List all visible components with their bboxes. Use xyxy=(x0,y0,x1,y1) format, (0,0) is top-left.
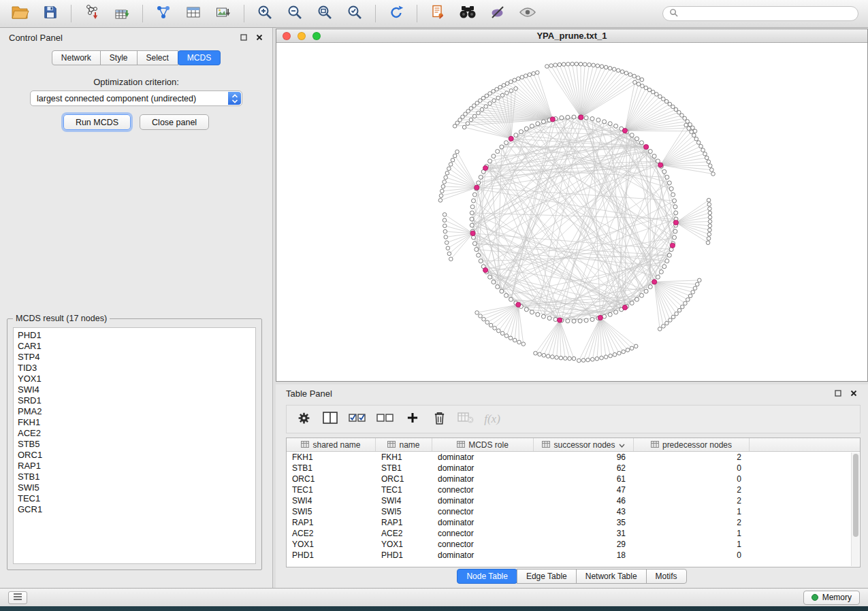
tab-select[interactable]: Select xyxy=(137,50,178,65)
tab-style[interactable]: Style xyxy=(100,50,138,65)
run-mcds-button[interactable]: Run MCDS xyxy=(63,114,131,130)
split-columns-button[interactable] xyxy=(322,410,338,428)
mcds-result-item[interactable]: SWI5 xyxy=(18,482,251,493)
column-header-name[interactable]: name xyxy=(376,438,432,451)
table-row[interactable]: ORC1ORC1dominator610 xyxy=(287,474,860,484)
table-scrollbar[interactable] xyxy=(851,452,859,566)
function-builder-button[interactable]: f(x) xyxy=(484,410,500,428)
column-header-predecessor-nodes[interactable]: predecessor nodes xyxy=(634,438,750,451)
tab-motifs[interactable]: Motifs xyxy=(646,569,687,584)
float-panel-icon[interactable] xyxy=(834,389,842,397)
column-header-successor-nodes[interactable]: successor nodes xyxy=(534,438,634,451)
table-cell: SWI4 xyxy=(376,496,432,506)
zoom-in-button[interactable] xyxy=(251,2,278,25)
mcds-result-item[interactable]: STB5 xyxy=(18,439,251,450)
tab-network-table[interactable]: Network Table xyxy=(576,569,647,584)
import-network-button[interactable] xyxy=(78,2,106,25)
zoom-out-button[interactable] xyxy=(281,2,308,25)
maximize-window-button[interactable] xyxy=(312,32,321,40)
table-row[interactable]: FKH1FKH1dominator962 xyxy=(287,452,860,463)
table-cell: PHD1 xyxy=(376,550,432,560)
mcds-result-item[interactable]: STP4 xyxy=(18,352,251,363)
table-row[interactable]: SWI5SWI5connector431 xyxy=(287,506,860,517)
mcds-result-item[interactable]: TEC1 xyxy=(18,493,251,504)
table-row[interactable]: ACE2ACE2connector311 xyxy=(287,528,860,539)
mcds-result-item[interactable]: PMA2 xyxy=(18,406,251,417)
select-all-rows-button[interactable] xyxy=(349,410,366,428)
open-session-button[interactable] xyxy=(7,2,34,25)
close-panel-icon[interactable] xyxy=(850,389,858,397)
table-toolbar: f(x) xyxy=(286,405,861,433)
mcds-result-item[interactable]: SRD1 xyxy=(18,395,251,406)
table-row[interactable]: SWI4SWI4dominator462 xyxy=(287,495,860,506)
export-image-button[interactable] xyxy=(210,2,237,25)
mcds-result-item[interactable]: GCR1 xyxy=(18,504,251,515)
copy-style-button[interactable] xyxy=(424,2,451,25)
table-cell: RAP1 xyxy=(376,518,432,527)
memory-button[interactable]: Memory xyxy=(803,591,860,605)
deselect-all-rows-button[interactable] xyxy=(376,410,394,428)
import-table-button[interactable] xyxy=(108,2,135,25)
tab-node-table[interactable]: Node Table xyxy=(457,569,517,584)
show-panel-list-button[interactable] xyxy=(8,591,27,604)
memory-status-icon xyxy=(811,594,818,601)
network-canvas[interactable] xyxy=(276,44,867,381)
mcds-result-title: MCDS result (17 nodes) xyxy=(13,314,110,323)
network-window-titlebar[interactable]: YPA_prune.txt_1 xyxy=(276,29,867,43)
mcds-result-item[interactable]: ACE2 xyxy=(18,428,251,439)
mcds-result-item[interactable]: ORC1 xyxy=(18,450,251,461)
mcds-result-item[interactable]: FKH1 xyxy=(18,417,251,428)
table-row[interactable]: RAP1RAP1dominator352 xyxy=(287,517,860,528)
new-table-button[interactable] xyxy=(180,2,207,25)
close-window-button[interactable] xyxy=(283,32,291,40)
table-row[interactable]: TEC1TEC1connector472 xyxy=(287,484,860,495)
table-row[interactable]: PHD1PHD1dominator180 xyxy=(287,550,860,561)
search-box xyxy=(662,6,858,21)
zoom-out-icon xyxy=(287,4,303,23)
zoom-fit-button[interactable] xyxy=(311,2,338,25)
mcds-result-item[interactable]: CAR1 xyxy=(18,341,251,352)
table-body: FKH1FKH1dominator962STB1STB1dominator620… xyxy=(287,452,860,561)
delete-table-button[interactable] xyxy=(457,410,474,428)
show-graphics-button[interactable] xyxy=(514,2,541,25)
new-network-button[interactable] xyxy=(150,2,177,25)
tab-mcds[interactable]: MCDS xyxy=(178,50,221,65)
table-row[interactable]: STB1STB1dominator620 xyxy=(287,463,860,474)
add-column-button[interactable] xyxy=(404,410,421,428)
tab-edge-table[interactable]: Edge Table xyxy=(517,569,577,584)
mcds-result-group: MCDS result (17 nodes) PHD1CAR1STP4TID3Y… xyxy=(7,318,262,570)
table-row[interactable]: YOX1YOX1connector291 xyxy=(287,539,860,550)
mcds-result-item[interactable]: SWI4 xyxy=(18,384,251,395)
import-table-icon xyxy=(114,4,130,23)
table-icon xyxy=(185,4,202,23)
column-header-shared-name[interactable]: shared name xyxy=(287,438,376,451)
criterion-dropdown[interactable]: largest connected component (undirected) xyxy=(30,90,242,106)
minimize-window-button[interactable] xyxy=(298,32,306,40)
criterion-dropdown-value: largest connected component (undirected) xyxy=(37,94,196,103)
table-settings-button[interactable] xyxy=(295,410,312,428)
mcds-result-item[interactable]: RAP1 xyxy=(18,461,251,472)
zoom-selected-button[interactable] xyxy=(341,2,368,25)
table-cell: dominator xyxy=(432,452,534,462)
hide-graphics-button[interactable] xyxy=(484,2,511,25)
refresh-view-button[interactable] xyxy=(383,2,410,25)
mcds-result-item[interactable]: PHD1 xyxy=(18,330,251,341)
column-header-MCDS-role[interactable]: MCDS role xyxy=(432,438,534,451)
network-graph[interactable] xyxy=(276,44,867,381)
search-input[interactable] xyxy=(682,9,852,18)
scrollbar-thumb[interactable] xyxy=(853,454,858,537)
mcds-result-item[interactable]: YOX1 xyxy=(18,374,251,384)
tab-network[interactable]: Network xyxy=(52,50,101,65)
attribute-grid-icon xyxy=(651,440,659,450)
table-cell: TEC1 xyxy=(287,485,376,495)
mcds-result-item[interactable]: STB1 xyxy=(18,472,251,482)
close-panel-button[interactable]: Close panel xyxy=(140,114,209,130)
float-panel-icon[interactable] xyxy=(240,33,248,42)
close-panel-icon[interactable] xyxy=(255,33,263,42)
save-session-button[interactable] xyxy=(37,2,64,25)
binoculars-button[interactable] xyxy=(454,2,481,25)
delete-column-button[interactable] xyxy=(431,410,447,428)
mcds-result-item[interactable]: TID3 xyxy=(18,363,251,374)
status-bar: Memory xyxy=(0,588,868,606)
table-cell: TEC1 xyxy=(376,485,432,495)
